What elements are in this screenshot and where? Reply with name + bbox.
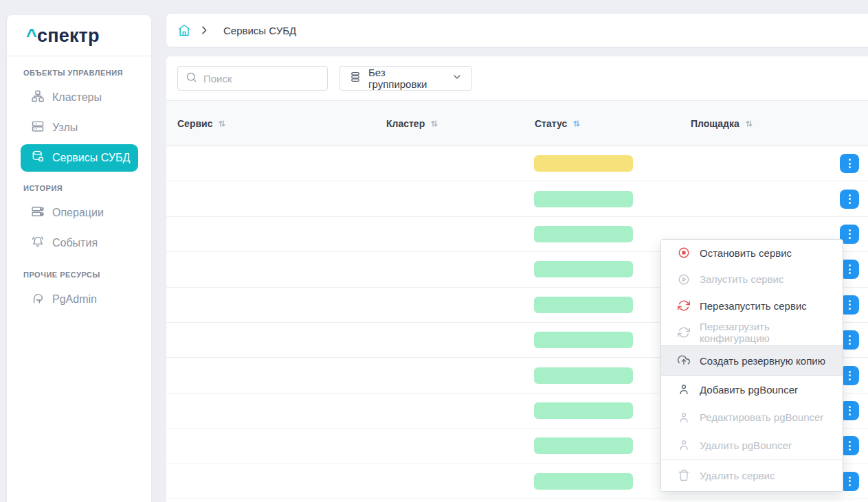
row-actions-button[interactable] xyxy=(840,154,859,173)
db-services-icon xyxy=(31,150,45,166)
status-badge xyxy=(534,261,633,277)
sidebar-section-other: ПРОЧИЕ РЕСУРСЫ xyxy=(23,271,135,279)
table-header: Сервис Кластер Статус Площадка xyxy=(166,100,868,146)
pgbouncer-add-icon xyxy=(678,383,690,396)
menu-item-stop[interactable]: Остановить сервис xyxy=(661,240,843,266)
sidebar-item-operations[interactable]: Операции xyxy=(7,198,151,228)
status-badge xyxy=(534,297,633,313)
chevron-down-icon xyxy=(452,71,463,85)
sort-icon xyxy=(218,119,226,128)
menu-item-label: Создать резервную копию xyxy=(700,355,825,367)
logo-text: спектр xyxy=(37,25,100,46)
grouping-value: Без группировки xyxy=(368,67,445,90)
status-badge xyxy=(534,332,633,348)
app-logo: ^спектр xyxy=(7,15,151,47)
breadcrumb-page-title: Сервисы СУБД xyxy=(223,25,296,36)
pgadmin-elephant-icon xyxy=(31,291,45,308)
menu-item-restart[interactable]: Перезапустить сервис xyxy=(661,293,843,319)
column-header-status[interactable]: Статус xyxy=(535,101,581,146)
clusters-icon xyxy=(31,89,45,106)
column-label: Статус xyxy=(535,118,567,129)
grouping-icon xyxy=(349,71,361,86)
sidebar-item-label: Кластеры xyxy=(52,91,102,104)
menu-item-label: Добавить pgBouncer xyxy=(700,384,798,396)
column-header-service[interactable]: Сервис xyxy=(177,101,226,146)
menu-item-play: Запустить сервис xyxy=(661,266,843,293)
search-box[interactable] xyxy=(177,66,328,91)
sidebar-item-label: Узлы xyxy=(52,122,78,134)
trash-icon xyxy=(678,469,690,481)
sidebar: ^спектр ОБЪЕКТЫ УПРАВЛЕНИЯ Кластеры Узлы… xyxy=(7,15,151,502)
toolbar: Без группировки xyxy=(166,56,868,100)
menu-item-label: Перезапустить сервис xyxy=(700,300,807,312)
logo-caret-icon: ^ xyxy=(26,25,37,46)
menu-item-pgbouncer-edit: Редактировать pgBouncer xyxy=(661,404,843,432)
menu-item-reload: Перезагрузить конфигурацию xyxy=(661,319,843,346)
menu-item-pgbouncer-delete: Удалить pgBouncer xyxy=(661,431,843,459)
row-context-menu: Остановить сервисЗапустить сервисПерезап… xyxy=(660,239,843,492)
menu-item-trash: Удалить сервис xyxy=(661,460,843,492)
sidebar-item-clusters[interactable]: Кластеры xyxy=(7,82,151,113)
search-icon xyxy=(186,71,197,86)
table-row xyxy=(166,146,868,181)
menu-item-label: Перезагрузить конфигурацию xyxy=(700,321,830,344)
status-badge xyxy=(534,367,633,384)
play-icon xyxy=(678,273,690,286)
sidebar-item-label: PgAdmin xyxy=(52,293,97,306)
menu-item-label: Остановить сервис xyxy=(700,247,792,259)
sidebar-section-history: ИСТОРИЯ xyxy=(23,184,135,192)
menu-item-label: Запустить сервис xyxy=(700,273,784,285)
sidebar-item-label: Сервисы СУБД xyxy=(52,152,130,164)
status-badge xyxy=(534,155,633,172)
status-badge xyxy=(534,191,633,207)
status-badge xyxy=(534,437,633,454)
menu-item-label: Удалить сервис xyxy=(700,470,775,481)
row-actions-button[interactable] xyxy=(840,190,859,209)
column-header-site[interactable]: Площадка xyxy=(691,101,753,146)
menu-item-cloud-upload[interactable]: Создать резервную копию xyxy=(661,345,843,376)
sidebar-item-nodes[interactable]: Узлы xyxy=(7,113,151,143)
status-badge xyxy=(534,473,633,490)
sort-icon-active xyxy=(572,119,581,128)
breadcrumb: Сервисы СУБД xyxy=(166,14,868,47)
sidebar-item-label: События xyxy=(52,237,98,249)
sidebar-item-label: Операции xyxy=(52,207,104,219)
table-row xyxy=(166,181,868,216)
status-badge xyxy=(534,402,633,419)
menu-item-pgbouncer-add[interactable]: Добавить pgBouncer xyxy=(661,376,843,404)
pgbouncer-edit-icon xyxy=(678,411,690,424)
chevron-right-icon xyxy=(199,25,210,36)
operations-icon xyxy=(31,205,45,221)
events-icon xyxy=(31,235,45,251)
stop-icon xyxy=(678,247,690,259)
column-label: Площадка xyxy=(691,118,739,129)
grouping-select[interactable]: Без группировки xyxy=(340,66,472,91)
pgbouncer-delete-icon xyxy=(678,439,690,451)
menu-item-label: Редактировать pgBouncer xyxy=(700,411,823,423)
nodes-icon xyxy=(31,119,45,136)
column-label: Кластер xyxy=(386,118,425,129)
home-icon[interactable] xyxy=(177,23,191,37)
sidebar-section-objects: ОБЪЕКТЫ УПРАВЛЕНИЯ xyxy=(23,69,135,77)
search-input[interactable] xyxy=(203,73,320,84)
column-label: Сервис xyxy=(177,118,212,129)
status-badge xyxy=(534,226,633,242)
sort-icon xyxy=(745,119,753,128)
logo-divider xyxy=(7,56,151,56)
sidebar-item-db-services[interactable]: Сервисы СУБД xyxy=(21,144,138,172)
restart-icon xyxy=(678,299,690,312)
menu-item-label: Удалить pgBouncer xyxy=(700,440,792,451)
cloud-upload-icon xyxy=(678,354,690,367)
sidebar-item-events[interactable]: События xyxy=(7,228,151,258)
sort-icon xyxy=(430,119,438,128)
reload-icon xyxy=(678,326,690,339)
sidebar-item-pgadmin[interactable]: PgAdmin xyxy=(7,284,151,315)
column-header-cluster[interactable]: Кластер xyxy=(386,101,438,146)
